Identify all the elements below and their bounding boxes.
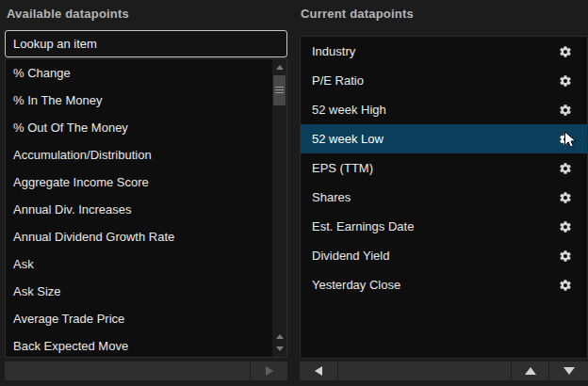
scrollbar-thumb[interactable] [273,75,286,105]
available-list-items: % Change% In The Money% Out Of The Money… [6,59,286,358]
customize-datapoints-dialog: Available datapoints Current datapoints … [0,0,588,386]
current-item[interactable]: Industry [301,37,587,66]
thumb-grip [275,87,284,88]
current-item-label: Industry [312,44,355,58]
current-item-label: P/E Ratio [312,73,364,88]
right-arrow-icon [266,366,273,376]
current-item-label: 52 week High [312,103,386,117]
current-item[interactable]: P/E Ratio [301,66,587,95]
current-item[interactable]: 52 week Low [301,124,587,153]
current-item[interactable]: 52 week High [301,95,587,124]
available-item[interactable]: Ask [6,250,286,278]
left-arrow-icon [315,366,322,376]
vertical-scrollbar[interactable] [272,59,286,357]
gear-icon[interactable] [559,45,572,58]
current-datapoints-title: Current datapoints [301,7,414,21]
scroll-down-icon[interactable] [276,346,284,351]
divider [337,362,338,380]
scroll-up-icon[interactable] [276,334,284,339]
available-item[interactable]: Aggregate Income Score [6,169,286,196]
remove-item-button[interactable] [300,362,337,380]
current-item-label: Shares [312,190,351,204]
gear-icon[interactable] [559,220,572,233]
gear-icon[interactable] [559,191,572,204]
current-item[interactable]: EPS (TTM) [301,153,587,183]
thumb-grip [275,89,284,90]
current-bottom-bar [300,362,588,380]
lookup-input[interactable] [5,30,287,57]
available-item[interactable]: % Change [6,59,286,87]
available-item[interactable]: Back Expected Move [6,332,286,358]
move-down-button[interactable] [549,362,588,380]
available-item[interactable]: Annual Dividend Growth Rate [6,223,286,250]
current-item-label: 52 week Low [312,132,384,146]
down-arrow-icon [564,367,575,375]
available-item[interactable]: Average Trade Price [6,305,286,332]
available-item[interactable]: % Out Of The Money [6,114,286,141]
available-item[interactable]: Ask Size [6,278,286,305]
current-item[interactable]: Dividend Yield [301,241,587,270]
current-item-label: Est. Earnings Date [312,219,414,233]
gear-icon[interactable] [559,249,572,263]
available-list[interactable]: % Change% In The Money% Out Of The Money… [5,58,287,358]
available-datapoints-title: Available datapoints [7,7,129,21]
current-item[interactable]: Yesterday Close [301,270,587,299]
gear-icon[interactable] [559,74,572,88]
up-arrow-icon [525,367,536,375]
current-list[interactable]: IndustryP/E Ratio52 week High52 week Low… [300,36,588,359]
available-item[interactable]: Annual Div. Increases [6,196,286,223]
add-to-current-button[interactable] [251,362,287,380]
thumb-grip [275,92,284,93]
current-item-label: Dividend Yield [312,249,389,263]
move-up-button[interactable] [512,362,548,380]
gear-icon[interactable] [559,279,572,292]
current-item-label: Yesterday Close [312,278,400,292]
current-item[interactable]: Shares [301,183,587,212]
current-item[interactable]: Est. Earnings Date [301,212,587,241]
available-item[interactable]: % In The Money [6,87,286,114]
mouse-cursor [564,131,579,150]
available-item[interactable]: Accumulation/Distribution [6,141,286,169]
scroll-up-icon[interactable] [276,65,284,70]
gear-icon[interactable] [559,162,572,175]
gear-icon[interactable] [559,104,572,117]
current-item-label: EPS (TTM) [312,161,373,175]
available-bottom-bar [5,362,287,380]
